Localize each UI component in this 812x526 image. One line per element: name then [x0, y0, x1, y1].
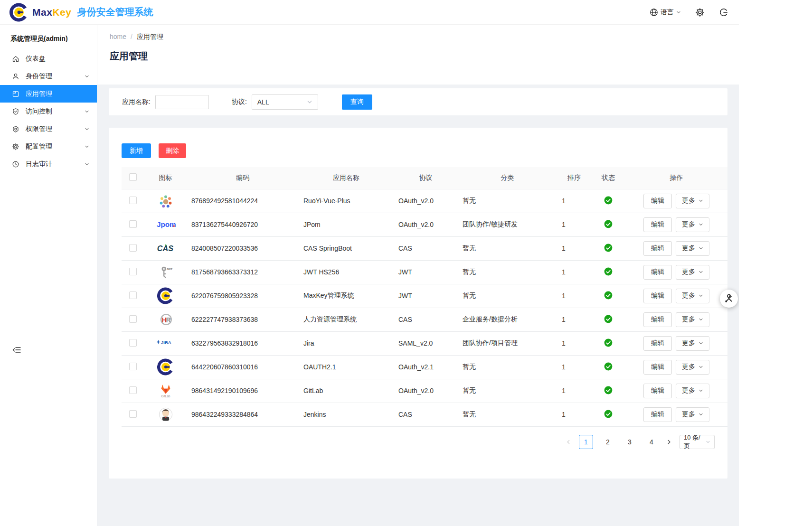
- column-header-code: 编码: [187, 167, 299, 189]
- gear-icon: [12, 143, 19, 150]
- edit-button[interactable]: 编辑: [643, 360, 672, 375]
- sidebar-item-5[interactable]: 配置管理: [0, 138, 97, 155]
- app-sort: 1: [562, 339, 566, 347]
- edit-button[interactable]: 编辑: [643, 407, 672, 422]
- select-all-checkbox[interactable]: [129, 173, 137, 181]
- sidebar-item-2[interactable]: 应用管理: [0, 85, 97, 103]
- more-button[interactable]: 更多: [676, 265, 709, 280]
- shield-icon: [12, 108, 19, 115]
- row-checkbox[interactable]: [129, 386, 137, 394]
- status-enabled-badge: [604, 244, 613, 252]
- pagination-page-3[interactable]: 3: [623, 435, 637, 449]
- brand-name: MaxKey: [32, 7, 71, 18]
- edit-button[interactable]: 编辑: [643, 265, 672, 280]
- search-button[interactable]: 查询: [342, 94, 372, 110]
- more-button[interactable]: 更多: [676, 289, 709, 303]
- row-checkbox[interactable]: [129, 291, 137, 299]
- chevron-down-icon: [85, 127, 89, 132]
- chevron-down-icon: [699, 365, 703, 369]
- edit-button[interactable]: 编辑: [643, 241, 672, 256]
- row-checkbox[interactable]: [129, 197, 137, 204]
- logout-button[interactable]: [719, 8, 728, 17]
- svg-text:Jpom: Jpom: [156, 220, 175, 228]
- svg-text:GitLab: GitLab: [161, 394, 170, 398]
- more-button[interactable]: 更多: [676, 217, 709, 232]
- filter-panel: 应用名称: 协议: ALL 查询: [109, 88, 727, 115]
- ruoyi-icon: [144, 191, 187, 211]
- row-checkbox[interactable]: [129, 220, 137, 228]
- more-button[interactable]: 更多: [676, 336, 709, 351]
- more-button-label: 更多: [682, 244, 695, 253]
- more-button[interactable]: 更多: [676, 360, 709, 375]
- jira-icon: JIRA: [144, 333, 187, 353]
- row-checkbox[interactable]: [129, 410, 137, 418]
- pagination-page-2[interactable]: 2: [601, 435, 615, 449]
- app-name-input[interactable]: [155, 95, 209, 109]
- breadcrumb-home-link[interactable]: home: [110, 33, 126, 41]
- language-menu[interactable]: 语言: [650, 8, 681, 17]
- sidebar-item-3[interactable]: 访问控制: [0, 103, 97, 120]
- sidebar-item-6[interactable]: 日志审计: [0, 155, 97, 173]
- app-name: OAUTH2.1: [303, 363, 336, 371]
- page-size-select[interactable]: 10 条/页: [680, 435, 715, 449]
- app-name: JWT HS256: [303, 268, 339, 276]
- app-code: 622227747938373638: [191, 316, 258, 323]
- row-checkbox[interactable]: [129, 363, 137, 370]
- sidebar-item-label: 应用管理: [26, 90, 52, 98]
- pagination-next-button[interactable]: [666, 439, 672, 445]
- add-button[interactable]: 新增: [122, 143, 151, 158]
- status-enabled-badge: [604, 220, 613, 228]
- breadcrumb-separator: /: [131, 33, 132, 41]
- app-name: MaxKey管理系统: [303, 291, 354, 299]
- app-category: 团队协作/敏捷研发: [463, 220, 518, 228]
- floating-tools-button[interactable]: [720, 290, 738, 308]
- more-button[interactable]: 更多: [676, 312, 709, 327]
- row-checkbox[interactable]: [129, 339, 137, 347]
- app-protocol: JWT: [398, 292, 412, 300]
- sidebar-item-1[interactable]: 身份管理: [0, 67, 97, 85]
- app-protocol: OAuth_v2.0: [398, 387, 434, 394]
- chevron-down-icon: [699, 388, 703, 393]
- app-protocol: OAuth_v2.1: [398, 363, 434, 371]
- sidebar-item-label: 访问控制: [26, 107, 52, 116]
- sidebar-collapse-button[interactable]: [12, 346, 21, 354]
- app-code: 986431492190109696: [191, 387, 258, 394]
- app-sort: 1: [562, 411, 566, 418]
- sidebar-item-4[interactable]: 权限管理: [0, 120, 97, 138]
- chevron-down-icon: [699, 270, 703, 274]
- pagination-pages: 1234: [579, 435, 659, 449]
- edit-button[interactable]: 编辑: [643, 217, 672, 232]
- app-category: 团队协作/项目管理: [463, 339, 518, 347]
- hr-icon: HR: [144, 310, 187, 329]
- app-code: 837136275440926720: [191, 221, 258, 228]
- more-button[interactable]: 更多: [676, 384, 709, 398]
- more-button[interactable]: 更多: [676, 194, 709, 208]
- more-button[interactable]: 更多: [676, 241, 709, 256]
- protocol-select-value: ALL: [257, 98, 269, 106]
- settings-button[interactable]: [695, 8, 705, 17]
- more-button-label: 更多: [682, 291, 695, 300]
- app-sort: 1: [562, 387, 566, 394]
- edit-button[interactable]: 编辑: [643, 194, 672, 208]
- row-checkbox[interactable]: [129, 244, 137, 252]
- status-enabled-badge: [604, 362, 613, 371]
- column-header-sort: 排序: [557, 167, 591, 189]
- edit-button[interactable]: 编辑: [643, 312, 672, 327]
- row-checkbox[interactable]: [129, 268, 137, 275]
- pagination-prev-button[interactable]: [566, 439, 571, 445]
- pagination-page-4[interactable]: 4: [644, 435, 659, 449]
- protocol-select[interactable]: ALL: [252, 94, 318, 110]
- table-row: JWT817568793663373312JWT HS256JWT暂无1编辑更多: [122, 260, 727, 284]
- pagination-page-1[interactable]: 1: [579, 435, 593, 449]
- edit-button[interactable]: 编辑: [643, 336, 672, 351]
- delete-button[interactable]: 删除: [159, 143, 186, 158]
- row-checkbox[interactable]: [129, 315, 137, 323]
- chevron-down-icon: [699, 198, 703, 203]
- edit-button[interactable]: 编辑: [643, 289, 672, 303]
- edit-button[interactable]: 编辑: [643, 384, 672, 398]
- sidebar-item-0[interactable]: 仪表盘: [0, 50, 97, 67]
- brand[interactable]: MaxKey 身份安全管理系统: [0, 3, 153, 22]
- more-button[interactable]: 更多: [676, 407, 709, 422]
- status-enabled-badge: [604, 410, 613, 418]
- home-icon: [12, 55, 19, 63]
